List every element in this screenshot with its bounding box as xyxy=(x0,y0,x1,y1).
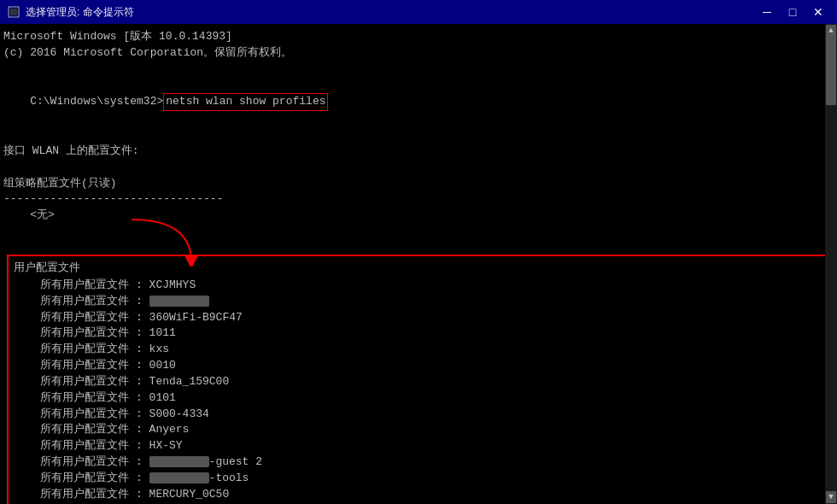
profile-name: MERCURY_0C50 xyxy=(149,488,230,501)
profile-row: 所有用户配置文件 : 0010 xyxy=(14,358,823,374)
profile-name: 0101 xyxy=(149,391,176,404)
titlebar-controls: ─ □ ✕ xyxy=(755,3,830,21)
profile-row: 所有用户配置文件 : XCJMHYS xyxy=(14,278,823,294)
minimize-button[interactable]: ─ xyxy=(755,3,779,21)
titlebar: 选择管理员: 命令提示符 ─ □ ✕ xyxy=(0,0,837,24)
scroll-up-button[interactable]: ▲ xyxy=(826,25,836,37)
profile-label: 所有用户配置文件 : xyxy=(14,359,149,372)
profile-label: 所有用户配置文件 : xyxy=(14,326,149,339)
profile-row: 所有用户配置文件 : -tools xyxy=(14,471,823,487)
titlebar-title: 选择管理员: 命令提示符 xyxy=(26,5,755,20)
profile-label: 所有用户配置文件 : xyxy=(14,295,149,308)
profile-row: 所有用户配置文件 : kxs xyxy=(14,342,823,358)
profile-label: 所有用户配置文件 : xyxy=(14,278,149,291)
profile-label: 所有用户配置文件 : xyxy=(14,472,149,484)
prompt-text: C:\Windows\system32> xyxy=(30,95,163,108)
user-profiles-box: 用户配置文件 所有用户配置文件 : XCJMHYS 所有用户配置文件 : 所有用… xyxy=(7,255,830,504)
profile-name: 360WiFi-B9CF47 xyxy=(149,311,243,324)
profile-label: 所有用户配置文件 : xyxy=(14,423,149,436)
command-box: netsh wlan show profiles xyxy=(163,93,328,111)
maximize-button[interactable]: □ xyxy=(781,3,805,21)
profile-name: XCJMHYS xyxy=(149,278,196,291)
profile-name: kxs xyxy=(149,343,169,355)
profile-name: Tenda_159C00 xyxy=(149,375,230,388)
profile-row: 所有用户配置文件 : Tenda_159C00 xyxy=(14,374,823,390)
scroll-track[interactable] xyxy=(826,37,836,491)
line-blank2 xyxy=(3,127,834,144)
profile-label: 所有用户配置文件 : xyxy=(14,343,149,355)
line-none: <无> xyxy=(3,208,834,224)
line-copyright: (c) 2016 Microsoft Corporation。保留所有权利。 xyxy=(3,45,834,62)
blurred-name xyxy=(149,296,209,307)
profile-row: 所有用户配置文件 : S000-4334 xyxy=(14,407,823,423)
profile-row: 所有用户配置文件 : -guest 2 xyxy=(14,454,823,471)
command-line: C:\Windows\system32>netsh wlan show prof… xyxy=(3,78,834,128)
profile-label: 所有用户配置文件 : xyxy=(14,407,149,420)
profile-name-suffix: -tools xyxy=(209,472,249,484)
line-blank4 xyxy=(3,224,834,240)
profile-name: S000-4334 xyxy=(149,407,209,420)
titlebar-icon xyxy=(7,5,20,19)
profile-row: 所有用户配置文件 : HX-SY xyxy=(14,438,823,454)
console-area: Microsoft Windows [版本 10.0.14393] (c) 20… xyxy=(0,24,837,504)
profile-name: 1011 xyxy=(149,326,176,339)
profile-name: Anyers xyxy=(149,423,190,436)
profile-row: 所有用户配置文件 : 360WiFi-B9CF47 xyxy=(14,310,823,326)
profile-label: 所有用户配置文件 : xyxy=(14,311,149,324)
line-policy: 组策略配置文件(只读) xyxy=(3,176,834,192)
scroll-down-button[interactable]: ▼ xyxy=(826,491,836,503)
line-divider: --------------------------------- xyxy=(3,191,834,208)
line-blank1 xyxy=(3,62,834,78)
profiles-list: 所有用户配置文件 : XCJMHYS 所有用户配置文件 : 所有用户配置文件 :… xyxy=(14,278,823,504)
profile-label: 所有用户配置文件 : xyxy=(14,455,149,468)
close-button[interactable]: ✕ xyxy=(806,3,830,21)
profile-name: 0010 xyxy=(149,359,176,372)
profile-label: 所有用户配置文件 : xyxy=(14,375,149,388)
line-wlan: 接口 WLAN 上的配置文件: xyxy=(3,144,834,160)
profile-row: 所有用户配置文件 : Anyers xyxy=(14,422,823,438)
blurred-name xyxy=(149,472,209,483)
profile-row: 所有用户配置文件 : 1011 xyxy=(14,325,823,342)
profile-row: 所有用户配置文件 : xyxy=(14,294,823,310)
profile-name-suffix: -guest 2 xyxy=(209,455,262,468)
profile-name: HX-SY xyxy=(149,439,183,452)
line-version: Microsoft Windows [版本 10.0.14393] xyxy=(3,29,834,45)
blurred-name xyxy=(149,456,209,467)
profile-row: 所有用户配置文件 : 0101 xyxy=(14,390,823,407)
command-text: netsh wlan show profiles xyxy=(166,95,325,108)
user-profiles-title: 用户配置文件 xyxy=(14,260,823,276)
svg-rect-1 xyxy=(10,9,17,15)
line-blank3 xyxy=(3,160,834,176)
profile-row: 所有用户配置文件 : MERCURY_0C50 xyxy=(14,487,823,503)
scrollbar[interactable]: ▲ ▼ xyxy=(825,24,837,504)
profile-label: 所有用户配置文件 : xyxy=(14,488,149,501)
scroll-thumb[interactable] xyxy=(826,37,836,105)
profile-label: 所有用户配置文件 : xyxy=(14,439,149,452)
profile-label: 所有用户配置文件 : xyxy=(14,391,149,404)
